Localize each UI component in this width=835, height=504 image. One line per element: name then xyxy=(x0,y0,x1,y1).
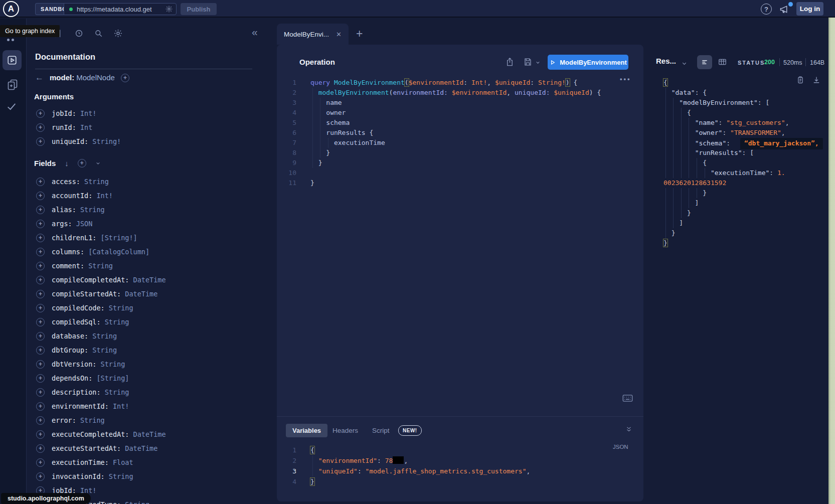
add-to-query-button[interactable]: + xyxy=(36,109,45,118)
history-clock-icon[interactable] xyxy=(74,29,84,38)
field-row[interactable]: +executeStartedAt: DateTime xyxy=(29,441,250,455)
search-icon[interactable] xyxy=(94,29,103,38)
tab-headers[interactable]: Headers xyxy=(332,424,358,437)
field-row[interactable]: +error: String xyxy=(29,413,250,427)
add-to-query-button[interactable]: + xyxy=(36,388,45,397)
add-to-query-button[interactable]: + xyxy=(36,262,45,270)
settings-gear-icon[interactable] xyxy=(113,29,123,38)
add-to-query-button[interactable]: + xyxy=(36,360,45,369)
field-name: executeStartedAt: xyxy=(52,444,125,452)
share-icon[interactable] xyxy=(505,57,515,67)
field-row[interactable]: +database: String xyxy=(29,329,250,343)
new-badge: NEW! xyxy=(398,425,422,436)
field-row[interactable]: +comment: String xyxy=(29,259,250,273)
sidebar-item-collections[interactable] xyxy=(7,78,19,91)
help-icon[interactable]: ? xyxy=(761,4,772,15)
add-to-query-button[interactable]: + xyxy=(36,374,45,383)
field-row[interactable]: +dbtGroup: String xyxy=(29,343,250,357)
add-to-query-button[interactable]: + xyxy=(36,402,45,411)
run-operation-button[interactable]: ModelByEnvironment xyxy=(548,55,628,70)
add-to-query-button[interactable]: + xyxy=(36,248,45,256)
field-row[interactable]: +compileStartedAt: DateTime xyxy=(29,287,250,301)
endpoint-url-input[interactable]: https://metadata.cloud.get xyxy=(64,3,177,15)
field-row[interactable]: +compiledSql: String xyxy=(29,315,250,329)
field-row[interactable]: +accountId: Int! xyxy=(29,189,250,203)
field-type: String xyxy=(105,388,129,396)
sidebar-item-explorer[interactable] xyxy=(3,50,22,70)
tooltip: Go to graph index xyxy=(0,25,60,37)
add-to-query-button[interactable]: + xyxy=(36,276,45,284)
save-icon[interactable] xyxy=(523,57,533,67)
add-to-query-button[interactable]: + xyxy=(36,178,45,186)
tab-modelbyenvironment[interactable]: ModelByEnvi... ✕ xyxy=(277,24,349,45)
field-row[interactable]: +dependsOn: [String] xyxy=(29,371,250,385)
back-arrow-icon[interactable]: ← xyxy=(35,73,44,83)
field-row[interactable]: +environmentId: Int! xyxy=(29,399,250,413)
response-json[interactable]: { "data": { "modelByEnvironment": [ { "n… xyxy=(663,78,829,248)
field-name: compiledSql: xyxy=(52,318,105,326)
keyboard-shortcuts-icon[interactable] xyxy=(622,394,633,403)
collapse-panel-icon[interactable]: « xyxy=(252,26,258,38)
field-row[interactable]: +uniqueId: String! xyxy=(29,134,250,148)
field-row[interactable]: +access: String xyxy=(29,175,250,189)
response-chevron-icon[interactable] xyxy=(681,60,688,67)
tab-variables[interactable]: Variables xyxy=(286,424,327,437)
tab-script[interactable]: Script xyxy=(372,424,390,437)
response-json-view-button[interactable] xyxy=(697,55,712,69)
login-button[interactable]: Log in xyxy=(796,2,823,16)
endpoint-settings-gear-icon[interactable] xyxy=(165,5,173,13)
add-to-query-button[interactable]: + xyxy=(36,472,45,481)
collapse-variables-icon[interactable] xyxy=(625,426,632,433)
graph-index-icon[interactable] xyxy=(7,39,14,41)
field-row[interactable]: +dbtVersion: String xyxy=(29,357,250,371)
close-tab-icon[interactable]: ✕ xyxy=(336,31,342,38)
field-type: [String] xyxy=(96,374,129,382)
field-row[interactable]: +compileCompletedAt: DateTime xyxy=(29,273,250,287)
chevron-down-icon[interactable] xyxy=(95,160,101,166)
sort-descending-icon[interactable]: ↓ xyxy=(65,159,69,167)
new-tab-button[interactable]: + xyxy=(356,27,363,41)
field-row[interactable]: +columns: [CatalogColumn] xyxy=(29,245,250,259)
add-to-query-button[interactable]: + xyxy=(36,290,45,298)
apollo-logo-icon[interactable]: A xyxy=(3,1,19,17)
field-row[interactable]: +invocationId: String xyxy=(29,469,250,483)
field-row[interactable]: +executeCompletedAt: DateTime xyxy=(29,427,250,441)
add-to-query-button[interactable]: + xyxy=(36,234,45,242)
field-row[interactable]: +args: JSON xyxy=(29,217,250,231)
response-table-view-icon[interactable] xyxy=(718,57,727,67)
add-to-query-button[interactable]: + xyxy=(36,206,45,214)
add-to-query-button[interactable]: + xyxy=(36,346,45,355)
field-name: dependsOn: xyxy=(52,374,96,382)
field-row[interactable]: +alias: String xyxy=(29,203,250,217)
add-to-query-button[interactable]: + xyxy=(36,458,45,467)
field-name: runId: xyxy=(52,123,80,131)
add-to-query-button[interactable]: + xyxy=(36,220,45,228)
line-number: 3 xyxy=(277,98,296,108)
add-to-query-button[interactable]: + xyxy=(36,444,45,453)
add-field-button[interactable]: + xyxy=(121,74,129,82)
announcements-megaphone-icon[interactable] xyxy=(778,4,790,15)
field-row[interactable]: +runId: Int xyxy=(29,120,250,134)
publish-button[interactable]: Publish xyxy=(181,3,217,15)
field-row[interactable]: +jobId: Int! xyxy=(29,106,250,120)
field-row[interactable]: +executionTime: Float xyxy=(29,455,250,469)
add-to-query-button[interactable]: + xyxy=(36,416,45,425)
add-to-query-button[interactable]: + xyxy=(36,332,45,341)
add-to-query-button[interactable]: + xyxy=(36,192,45,200)
doc-field-type[interactable]: ModelNode xyxy=(76,73,115,82)
add-to-query-button[interactable]: + xyxy=(36,430,45,439)
code-line: { xyxy=(310,445,631,455)
add-to-query-button[interactable]: + xyxy=(36,137,45,146)
field-row[interactable]: +description: String xyxy=(29,385,250,399)
field-row[interactable]: +compiledCode: String xyxy=(29,301,250,315)
variables-editor[interactable]: { "environmentId": 78, "uniqueId": "mode… xyxy=(310,445,631,487)
add-all-fields-button[interactable]: + xyxy=(78,159,86,167)
add-to-query-button[interactable]: + xyxy=(36,304,45,312)
operation-editor[interactable]: query ModelByEnvironment($environmentId:… xyxy=(310,78,631,188)
save-chevron-icon[interactable] xyxy=(535,60,541,65)
add-to-query-button[interactable]: + xyxy=(36,318,45,326)
add-to-query-button[interactable]: + xyxy=(36,123,45,132)
response-panel-title[interactable]: Res... xyxy=(656,57,676,65)
sidebar-item-checks[interactable] xyxy=(6,101,17,112)
field-row[interactable]: +childrenL1: [String!] xyxy=(29,231,250,245)
